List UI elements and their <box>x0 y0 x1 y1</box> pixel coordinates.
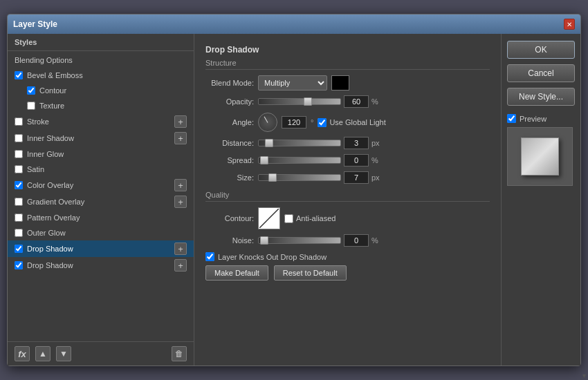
size-input[interactable] <box>344 171 369 184</box>
outer-glow-checkbox[interactable] <box>15 229 23 237</box>
close-button[interactable]: ✕ <box>564 19 575 30</box>
sidebar-item-outer-glow[interactable]: Outer Glow <box>8 225 194 240</box>
sidebar-item-drop-shadow-1[interactable]: Drop Shadow + <box>8 240 194 257</box>
knock-row: Layer Knocks Out Drop Shadow <box>205 252 490 261</box>
spread-slider-thumb[interactable] <box>260 156 268 164</box>
spread-input[interactable] <box>344 154 369 167</box>
angle-input[interactable] <box>282 116 306 129</box>
sidebar-item-color-overlay[interactable]: Color Overlay + <box>8 177 194 193</box>
stroke-checkbox[interactable] <box>15 117 23 126</box>
distance-slider-thumb[interactable] <box>265 139 273 147</box>
satin-checkbox[interactable] <box>15 165 23 173</box>
sidebar-item-inner-glow[interactable]: Inner Glow <box>8 146 194 162</box>
new-style-button[interactable]: New Style... <box>507 88 575 106</box>
move-down-button[interactable]: ▼ <box>56 346 71 361</box>
contour-preview[interactable]: ▼ <box>258 207 280 229</box>
layer-style-dialog: Layer Style ✕ Styles Blending Options Be… <box>7 14 581 366</box>
anti-alias-container: Anti-aliased <box>284 214 336 223</box>
sidebar-item-contour[interactable]: Contour <box>8 83 194 98</box>
distance-slider-container: px <box>258 137 380 149</box>
left-panel-footer: fx ▲ ▼ 🗑 <box>8 341 194 365</box>
size-label: Size: <box>205 173 254 182</box>
structure-subtitle: Structure <box>205 59 490 70</box>
preview-label: Preview <box>520 115 546 123</box>
angle-unit: ° <box>311 118 313 126</box>
drop-shadow-2-add-btn[interactable]: + <box>174 259 187 272</box>
inner-shadow-add-btn[interactable]: + <box>174 132 187 144</box>
stroke-add-btn[interactable]: + <box>174 115 187 128</box>
distance-label: Distance: <box>205 139 254 147</box>
dialog-title: Layer Style <box>13 19 57 29</box>
noise-slider-container: % <box>258 234 378 247</box>
opacity-unit: % <box>371 97 378 106</box>
sidebar-item-texture[interactable]: Texture <box>8 98 194 113</box>
distance-unit: px <box>371 139 380 147</box>
distance-input[interactable] <box>344 137 369 149</box>
ok-button[interactable]: OK <box>507 41 575 59</box>
spread-unit: % <box>371 156 378 164</box>
size-slider-thumb[interactable] <box>268 173 277 182</box>
distance-slider-track[interactable] <box>258 140 341 146</box>
fx-button[interactable]: fx <box>15 346 30 361</box>
shadow-color-swatch[interactable] <box>331 75 349 91</box>
sidebar-item-inner-shadow[interactable]: Inner Shadow + <box>8 130 194 146</box>
angle-widget[interactable] <box>258 113 277 132</box>
knock-checkbox[interactable] <box>205 252 214 261</box>
sidebar-item-drop-shadow-2[interactable]: Drop Shadow + <box>8 257 194 274</box>
drop-shadow-1-checkbox[interactable] <box>15 245 23 253</box>
pattern-overlay-checkbox[interactable] <box>15 213 23 222</box>
texture-checkbox[interactable] <box>27 102 35 110</box>
opacity-slider-track[interactable] <box>258 98 341 105</box>
inner-glow-checkbox[interactable] <box>15 150 23 158</box>
gradient-overlay-checkbox[interactable] <box>15 198 23 206</box>
contour-row: Contour: ▼ Anti-aliased <box>205 207 490 229</box>
inner-shadow-checkbox[interactable] <box>15 134 23 142</box>
noise-input[interactable] <box>344 234 369 247</box>
sidebar-item-blending[interactable]: Blending Options <box>8 53 194 68</box>
use-global-light-checkbox[interactable] <box>318 118 327 127</box>
make-default-button[interactable]: Make Default <box>205 265 268 281</box>
noise-row: Noise: % <box>205 234 490 247</box>
size-slider-track[interactable] <box>258 174 341 181</box>
bevel-checkbox[interactable] <box>15 71 23 79</box>
size-slider-container: px <box>258 171 380 184</box>
angle-label: Angle: <box>205 118 254 126</box>
preview-section: Preview <box>507 114 575 186</box>
delete-button[interactable]: 🗑 <box>172 346 187 361</box>
opacity-row: Opacity: % <box>205 95 490 108</box>
noise-slider-track[interactable] <box>258 237 341 244</box>
opacity-input[interactable] <box>344 95 369 108</box>
reset-default-button[interactable]: Reset to Default <box>274 265 347 281</box>
noise-label: Noise: <box>205 236 254 245</box>
anti-alias-checkbox[interactable] <box>284 214 293 223</box>
drop-shadow-1-add-btn[interactable]: + <box>174 243 187 255</box>
styles-header: Styles <box>8 34 194 51</box>
preview-box <box>507 127 573 186</box>
sidebar-item-gradient-overlay[interactable]: Gradient Overlay + <box>8 193 194 210</box>
size-unit: px <box>371 173 380 182</box>
distance-row: Distance: px <box>205 137 490 149</box>
sidebar-item-pattern-overlay[interactable]: Pattern Overlay <box>8 210 194 225</box>
angle-row: Angle: ° Use Global Light <box>205 113 490 132</box>
spread-slider-track[interactable] <box>258 157 341 164</box>
quality-title: Quality <box>205 191 490 202</box>
gradient-overlay-add-btn[interactable]: + <box>174 196 187 208</box>
sidebar-item-satin[interactable]: Satin <box>8 162 194 177</box>
blend-mode-select[interactable]: Multiply Normal Screen Overlay <box>258 75 327 91</box>
drop-shadow-2-checkbox[interactable] <box>15 261 23 269</box>
color-overlay-checkbox[interactable] <box>15 181 23 189</box>
sidebar-item-stroke[interactable]: Stroke + <box>8 113 194 130</box>
cancel-button[interactable]: Cancel <box>507 64 575 82</box>
move-up-button[interactable]: ▲ <box>35 346 50 361</box>
contour-checkbox[interactable] <box>27 86 35 95</box>
spread-row: Spread: % <box>205 154 490 167</box>
color-overlay-add-btn[interactable]: + <box>174 179 187 191</box>
left-panel: Styles Blending Options Bevel & Emboss C… <box>8 34 194 365</box>
sidebar-item-bevel[interactable]: Bevel & Emboss <box>8 68 194 83</box>
preview-checkbox[interactable] <box>507 114 516 123</box>
opacity-slider-thumb[interactable] <box>304 97 312 106</box>
action-row: Make Default Reset to Default <box>205 265 490 281</box>
noise-slider-thumb[interactable] <box>260 236 268 245</box>
spread-slider-container: % <box>258 154 378 167</box>
blend-mode-label: Blend Mode: <box>205 79 254 87</box>
